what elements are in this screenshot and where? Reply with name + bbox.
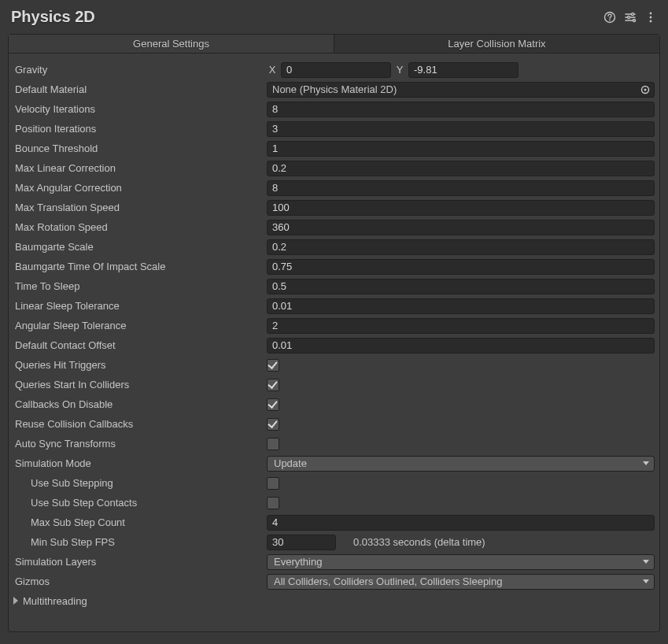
baumgarte-toi-scale-input[interactable]	[267, 259, 655, 275]
label-min-sub-step-fps: Min Sub Step FPS	[13, 536, 267, 548]
header-icons	[603, 11, 657, 24]
svg-point-9	[644, 88, 647, 91]
callbacks-on-disable-checkbox[interactable]	[267, 398, 279, 411]
label-angular-sleep-tolerance: Angular Sleep Tolerance	[13, 320, 267, 331]
panel-title: Physics 2D	[11, 8, 95, 26]
default-contact-offset-input[interactable]	[267, 338, 655, 353]
row-max-angular-correction: Max Angular Correction	[12, 178, 656, 198]
chevron-down-icon	[643, 579, 649, 583]
label-max-linear-correction: Max Linear Correction	[13, 162, 267, 174]
label-baumgarte-scale: Baumgarte Scale	[13, 241, 267, 253]
label-bounce-threshold: Bounce Threshold	[13, 142, 267, 154]
svg-point-1	[609, 19, 611, 20]
use-sub-step-contacts-checkbox[interactable]	[267, 497, 279, 509]
label-default-contact-offset: Default Contact Offset	[13, 339, 267, 351]
max-translation-speed-input[interactable]	[267, 200, 655, 216]
row-simulation-mode: Simulation Mode Update	[12, 453, 656, 473]
svg-point-7	[650, 20, 652, 22]
gravity-y-input[interactable]	[408, 62, 519, 78]
tab-bar: General Settings Layer Collision Matrix	[9, 35, 659, 54]
angular-sleep-tolerance-input[interactable]	[267, 318, 655, 334]
gravity-x-label: X	[267, 64, 278, 76]
baumgarte-scale-input[interactable]	[267, 239, 655, 255]
row-position-iterations: Position Iterations	[12, 119, 656, 139]
row-queries-hit-triggers: Queries Hit Triggers	[12, 355, 656, 375]
row-time-to-sleep: Time To Sleep	[12, 276, 656, 296]
row-baumgarte-scale: Baumgarte Scale	[12, 237, 656, 257]
row-bounce-threshold: Bounce Threshold	[12, 139, 656, 158]
linear-sleep-tolerance-input[interactable]	[267, 298, 655, 314]
row-baumgarte-toi-scale: Baumgarte Time Of Impact Scale	[12, 257, 656, 276]
bounce-threshold-input[interactable]	[267, 141, 655, 157]
chevron-down-icon	[643, 560, 649, 564]
queries-start-in-colliders-checkbox[interactable]	[267, 379, 279, 391]
row-max-sub-step-count: Max Sub Step Count	[12, 513, 656, 532]
min-sub-step-fps-input[interactable]	[267, 535, 336, 550]
max-sub-step-count-input[interactable]	[267, 515, 655, 531]
row-min-sub-step-fps: Min Sub Step FPS 0.03333 seconds (delta …	[12, 532, 656, 552]
gizmos-dropdown[interactable]: All Colliders, Colliders Outlined, Colli…	[267, 574, 655, 590]
foldout-triangle-icon	[13, 597, 18, 605]
position-iterations-input[interactable]	[267, 121, 655, 137]
label-simulation-layers: Simulation Layers	[13, 556, 267, 568]
label-default-material: Default Material	[13, 83, 267, 95]
default-material-field[interactable]: None (Physics Material 2D)	[267, 82, 655, 98]
settings-sliders-icon[interactable]	[624, 11, 637, 24]
row-max-translation-speed: Max Translation Speed	[12, 198, 656, 217]
max-angular-correction-input[interactable]	[267, 180, 655, 196]
velocity-iterations-input[interactable]	[267, 102, 655, 117]
auto-sync-transforms-checkbox[interactable]	[267, 438, 279, 450]
multithreading-foldout[interactable]: Multithreading	[12, 591, 656, 610]
svg-point-3	[627, 16, 629, 18]
help-icon[interactable]	[603, 11, 616, 24]
max-rotation-speed-input[interactable]	[267, 220, 655, 235]
svg-point-6	[650, 16, 652, 18]
label-max-angular-correction: Max Angular Correction	[13, 182, 267, 194]
label-velocity-iterations: Velocity Iterations	[13, 103, 267, 115]
gizmos-value: All Colliders, Colliders Outlined, Colli…	[274, 576, 502, 587]
simulation-mode-value: Update	[274, 457, 307, 469]
simulation-layers-dropdown[interactable]: Everything	[267, 554, 655, 570]
row-use-sub-step-contacts: Use Sub Step Contacts	[12, 493, 656, 513]
row-reuse-collision-callbacks: Reuse Collision Callbacks	[12, 414, 656, 434]
label-simulation-mode: Simulation Mode	[13, 457, 267, 469]
row-default-material: Default Material None (Physics Material …	[12, 80, 656, 99]
object-picker-icon[interactable]	[640, 84, 651, 95]
panel-header: Physics 2D	[0, 0, 668, 34]
multithreading-label: Multithreading	[23, 595, 87, 607]
simulation-layers-value: Everything	[274, 556, 322, 568]
label-use-sub-stepping: Use Sub Stepping	[13, 477, 267, 489]
max-linear-correction-input[interactable]	[267, 161, 655, 176]
more-menu-icon[interactable]	[644, 11, 657, 24]
tab-general-settings[interactable]: General Settings	[9, 35, 334, 53]
label-max-translation-speed: Max Translation Speed	[13, 202, 267, 213]
gravity-x-input[interactable]	[281, 62, 391, 78]
label-max-sub-step-count: Max Sub Step Count	[13, 516, 267, 528]
label-gizmos: Gizmos	[13, 576, 267, 587]
label-max-rotation-speed: Max Rotation Speed	[13, 221, 267, 233]
label-auto-sync-transforms: Auto Sync Transforms	[13, 438, 267, 450]
svg-point-4	[633, 19, 635, 21]
row-queries-start-in-colliders: Queries Start In Colliders	[12, 375, 656, 394]
queries-hit-triggers-checkbox[interactable]	[267, 359, 279, 372]
reuse-collision-callbacks-checkbox[interactable]	[267, 418, 279, 431]
label-use-sub-step-contacts: Use Sub Step Contacts	[13, 497, 267, 509]
simulation-mode-dropdown[interactable]: Update	[267, 456, 655, 472]
label-queries-start-in-colliders: Queries Start In Colliders	[13, 379, 267, 390]
label-linear-sleep-tolerance: Linear Sleep Tolerance	[13, 300, 267, 312]
gravity-y-label: Y	[394, 64, 405, 76]
svg-point-2	[631, 13, 633, 15]
label-reuse-collision-callbacks: Reuse Collision Callbacks	[13, 418, 267, 430]
settings-content: Gravity X Y Default Material None (Physi…	[9, 54, 659, 631]
min-sub-step-fps-note: 0.03333 seconds (delta time)	[339, 536, 485, 548]
label-callbacks-on-disable: Callbacks On Disable	[13, 398, 267, 410]
row-simulation-layers: Simulation Layers Everything	[12, 552, 656, 572]
time-to-sleep-input[interactable]	[267, 279, 655, 294]
row-angular-sleep-tolerance: Angular Sleep Tolerance	[12, 316, 656, 335]
use-sub-stepping-checkbox[interactable]	[267, 477, 279, 490]
label-gravity: Gravity	[13, 64, 267, 76]
row-callbacks-on-disable: Callbacks On Disable	[12, 394, 656, 414]
tab-layer-collision-matrix[interactable]: Layer Collision Matrix	[334, 35, 659, 53]
row-use-sub-stepping: Use Sub Stepping	[12, 473, 656, 493]
label-time-to-sleep: Time To Sleep	[13, 280, 267, 292]
